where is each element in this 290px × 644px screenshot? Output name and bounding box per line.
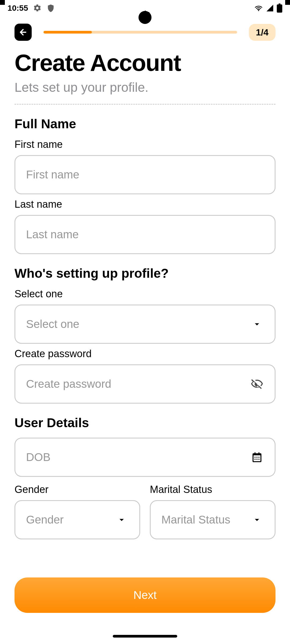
arrow-left-icon <box>19 28 28 37</box>
progress-bar <box>44 31 237 34</box>
section-user-details: User Details DOB Gender Gender Marital S… <box>0 415 290 544</box>
camera-notch-icon <box>137 10 153 25</box>
last-name-input[interactable]: Last name <box>15 215 276 254</box>
first-name-input[interactable]: First name <box>15 155 276 194</box>
cellular-icon <box>266 4 274 12</box>
progress-bar-fill <box>44 31 92 34</box>
dob-input[interactable]: DOB <box>15 438 276 477</box>
first-name-placeholder: First name <box>26 168 264 181</box>
gender-label: Gender <box>15 484 140 495</box>
select-one-label: Select one <box>15 288 276 300</box>
step-badge: 1/4 <box>249 24 276 41</box>
gender-dropdown[interactable]: Gender <box>15 500 140 539</box>
wifi-icon <box>254 3 263 13</box>
section-title-who: Who's setting up profile? <box>15 266 276 281</box>
page-subtitle: Lets set up your profile. <box>15 80 276 95</box>
home-indicator[interactable] <box>113 635 177 638</box>
page-title: Create Account <box>15 50 276 75</box>
footer: Next <box>0 567 290 644</box>
marital-status-dropdown[interactable]: Marital Status <box>150 500 276 539</box>
back-button[interactable] <box>15 24 32 41</box>
create-password-input[interactable]: Create password <box>15 364 276 404</box>
hero: Create Account Lets set up your profile. <box>0 43 290 105</box>
divider <box>15 104 276 105</box>
section-title-full-name: Full Name <box>15 116 276 131</box>
marital-status-placeholder: Marital Status <box>161 513 250 526</box>
select-one-dropdown[interactable]: Select one <box>15 305 276 344</box>
chevron-down-icon <box>250 319 264 329</box>
create-password-label: Create password <box>15 348 276 360</box>
section-full-name: Full Name First name First name Last nam… <box>0 116 290 254</box>
eye-off-icon[interactable] <box>250 378 264 390</box>
status-time: 10:55 <box>8 3 28 13</box>
gear-icon <box>33 4 42 12</box>
battery-icon <box>277 3 282 13</box>
next-button[interactable]: Next <box>15 577 276 613</box>
next-button-label: Next <box>133 589 157 602</box>
last-name-label: Last name <box>15 199 276 210</box>
section-who: Who's setting up profile? Select one Sel… <box>0 266 290 404</box>
dob-placeholder: DOB <box>26 451 250 464</box>
marital-status-label: Marital Status <box>150 484 276 495</box>
chevron-down-icon <box>250 515 264 525</box>
section-title-user-details: User Details <box>15 415 276 430</box>
chevron-down-icon <box>115 515 129 525</box>
first-name-label: First name <box>15 139 276 150</box>
create-password-placeholder: Create password <box>26 378 250 390</box>
gender-placeholder: Gender <box>26 513 115 526</box>
select-one-placeholder: Select one <box>26 318 250 331</box>
screen-corner <box>285 0 290 5</box>
last-name-placeholder: Last name <box>26 228 264 241</box>
screen-corner <box>0 0 5 5</box>
shield-icon <box>46 4 55 12</box>
svg-point-0 <box>139 11 151 24</box>
calendar-icon[interactable] <box>250 451 264 463</box>
